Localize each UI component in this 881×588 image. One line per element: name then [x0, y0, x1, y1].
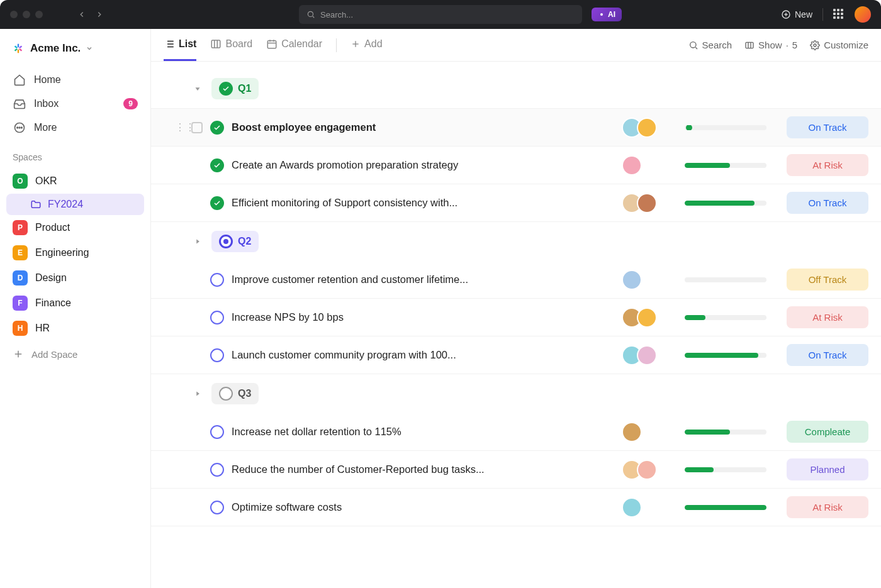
status-pill[interactable]: At Risk	[787, 306, 868, 328]
sidebar-item-more[interactable]: More	[6, 116, 144, 140]
progress-cell[interactable]	[685, 125, 779, 130]
show-columns[interactable]: Show · 5	[744, 40, 797, 50]
assignee-avatar[interactable]	[622, 422, 642, 442]
status-pill[interactable]: On Track	[787, 192, 868, 214]
sidebar: Acme Inc. HomeInbox9More Spaces OOKRFY20…	[0, 29, 151, 588]
task-row[interactable]: ⋮⋮ Launch customer community program wit…	[151, 336, 881, 374]
circle-open-icon[interactable]	[210, 463, 224, 477]
group-header-q2[interactable]: Q2	[151, 222, 881, 261]
check-circle-icon[interactable]	[210, 196, 224, 210]
disclosure-icon[interactable]	[191, 235, 204, 248]
tab-calendar[interactable]: Calendar	[266, 29, 322, 61]
content-search[interactable]: Search	[688, 40, 732, 50]
task-row[interactable]: ⋮⋮ Efficient monitoring of Support consi…	[151, 184, 881, 222]
space-item-okr[interactable]: OOKR	[6, 169, 144, 194]
progress-cell[interactable]	[685, 201, 779, 206]
assignee-avatar[interactable]	[637, 118, 657, 138]
add-space-button[interactable]: Add Space	[6, 342, 144, 366]
progress-cell[interactable]	[685, 163, 779, 168]
progress-cell[interactable]	[685, 505, 779, 510]
space-label: OKR	[35, 175, 57, 187]
progress-cell[interactable]	[685, 467, 779, 472]
status-pill[interactable]: Planned	[787, 458, 868, 480]
check-circle-icon[interactable]	[210, 121, 224, 135]
circle-open-icon[interactable]	[210, 425, 224, 439]
sidebar-item-home[interactable]: Home	[6, 68, 144, 92]
group-name: Q1	[238, 83, 251, 94]
task-row[interactable]: ⋮⋮ Improve customer retention and custom…	[151, 261, 881, 299]
check-circle-icon[interactable]	[210, 158, 224, 172]
add-view-button[interactable]: Add	[351, 29, 382, 61]
task-title: Increase net dollar retention to 115%	[232, 426, 614, 438]
space-item-product[interactable]: PProduct	[6, 215, 144, 240]
task-row[interactable]: ⋮⋮ Boost employee engagement On Track	[151, 108, 881, 147]
svg-point-9	[21, 127, 23, 128]
assignee-avatar[interactable]	[622, 497, 642, 518]
minimize-window[interactable]	[23, 11, 30, 18]
assignee-avatar[interactable]	[637, 308, 657, 328]
group-chip: Q1	[211, 78, 259, 99]
assignee-avatar[interactable]	[637, 193, 657, 213]
space-item-engineering[interactable]: EEngineering	[6, 240, 144, 265]
sidebar-item-label: Home	[34, 74, 61, 86]
workspace-switcher[interactable]: Acme Inc.	[6, 38, 144, 67]
disclosure-icon[interactable]	[191, 387, 204, 400]
assignee-list	[622, 308, 677, 328]
circle-open-icon[interactable]	[210, 348, 224, 362]
task-row[interactable]: ⋮⋮ Create an Awards promotion preparatio…	[151, 147, 881, 184]
ellipsis-icon	[13, 121, 26, 135]
status-pill[interactable]: At Risk	[787, 154, 868, 176]
check-circle-icon	[219, 82, 233, 96]
space-label: Finance	[35, 297, 71, 309]
customize-button[interactable]: Customize	[810, 40, 868, 50]
view-bar: ListBoardCalendar Add Search Show · 5	[151, 29, 881, 62]
back-button[interactable]	[74, 7, 89, 22]
assignee-avatar[interactable]	[622, 155, 642, 175]
row-checkbox[interactable]	[191, 122, 203, 133]
group-header-q3[interactable]: Q3	[151, 374, 881, 413]
search-icon	[306, 10, 315, 19]
forward-button[interactable]	[92, 7, 107, 22]
circle-open-icon[interactable]	[210, 501, 224, 514]
assignee-avatar[interactable]	[637, 345, 657, 365]
space-item-hr[interactable]: HHR	[6, 316, 144, 341]
circle-open-icon[interactable]	[210, 311, 224, 325]
sidebar-item-inbox[interactable]: Inbox9	[6, 92, 144, 116]
progress-cell[interactable]	[685, 277, 779, 282]
assignee-avatar[interactable]	[622, 270, 642, 290]
global-search[interactable]: Search...	[299, 5, 582, 24]
new-button[interactable]: New	[781, 9, 812, 19]
disclosure-icon[interactable]	[191, 82, 204, 95]
assignee-avatar[interactable]	[637, 460, 657, 480]
svg-point-2	[600, 13, 603, 16]
task-title: Optimize software costs	[232, 501, 614, 513]
apps-menu[interactable]	[833, 9, 845, 20]
status-pill[interactable]: At Risk	[787, 496, 868, 518]
task-row[interactable]: ⋮⋮ Increase net dollar retention to 115%…	[151, 413, 881, 451]
tab-list[interactable]: List	[164, 29, 196, 61]
space-item-finance[interactable]: FFinance	[6, 291, 144, 316]
status-pill[interactable]: Off Track	[787, 269, 868, 291]
close-window[interactable]	[10, 11, 18, 18]
user-avatar[interactable]	[855, 6, 871, 23]
progress-cell[interactable]	[685, 315, 779, 320]
space-badge-icon: H	[13, 321, 28, 336]
drag-handle-icon[interactable]: ⋮⋮	[175, 121, 184, 133]
maximize-window[interactable]	[35, 11, 43, 18]
space-item-design[interactable]: DDesign	[6, 265, 144, 291]
status-pill[interactable]: Compleate	[787, 421, 868, 443]
task-row[interactable]: ⋮⋮ Reduce the number of Customer-Reporte…	[151, 451, 881, 489]
circle-open-icon[interactable]	[210, 273, 224, 287]
nav-arrows	[74, 7, 107, 22]
tab-board[interactable]: Board	[210, 29, 252, 61]
progress-cell[interactable]	[685, 353, 779, 358]
progress-cell[interactable]	[685, 430, 779, 435]
space-child-fy2024[interactable]: FY2024	[6, 194, 144, 215]
task-row[interactable]: ⋮⋮ Optimize software costs At Risk	[151, 489, 881, 526]
group-header-q1[interactable]: Q1	[151, 69, 881, 108]
board-icon	[210, 38, 222, 50]
task-row[interactable]: ⋮⋮ Increase NPS by 10 bps At Risk	[151, 299, 881, 336]
ai-button[interactable]: AI	[592, 8, 622, 21]
status-pill[interactable]: On Track	[787, 116, 868, 138]
status-pill[interactable]: On Track	[787, 344, 868, 366]
